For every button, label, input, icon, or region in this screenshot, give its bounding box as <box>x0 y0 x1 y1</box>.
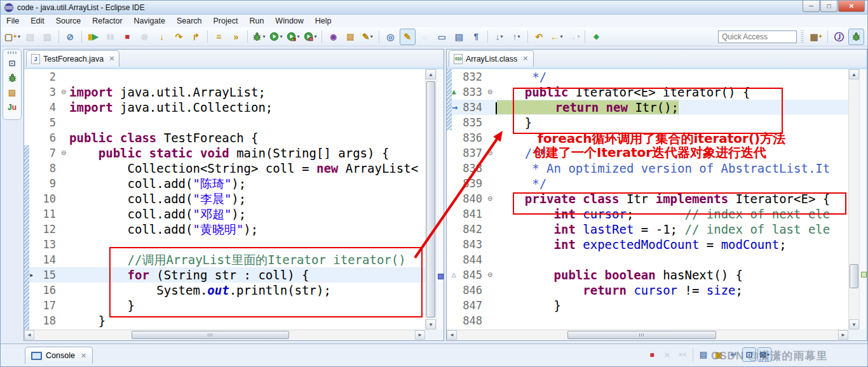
code-area-testforeach[interactable]: 23⊖import java.util.ArrayList;4import ja… <box>24 69 444 330</box>
restore-view-button[interactable]: ⊡ <box>4 56 20 70</box>
tab-close-icon[interactable]: ✕ <box>109 55 114 63</box>
scrollbar-thumb[interactable] <box>850 264 858 288</box>
dropdown-arrow-icon[interactable]: ▾ <box>767 352 770 357</box>
fold-collapse-icon[interactable]: ⊖ <box>58 84 69 100</box>
resume-button[interactable]: ▮▶ <box>85 29 101 45</box>
terminate-button[interactable]: ■ <box>119 29 135 45</box>
format-button[interactable]: ○ <box>417 29 433 45</box>
save-all-button[interactable]: ▥ <box>39 29 55 45</box>
menu-item-file[interactable]: File <box>1 15 25 27</box>
last-edit-location-button[interactable]: ↶ <box>531 29 547 45</box>
scroll-down-arrow-icon[interactable]: ▼ <box>426 319 436 330</box>
dropdown-arrow-icon[interactable]: ▾ <box>517 34 520 39</box>
scroll-left-arrow-icon[interactable]: ◄ <box>447 330 457 340</box>
disconnect-button[interactable]: ⊗ <box>137 29 153 45</box>
tab-close-icon[interactable]: ✕ <box>81 352 86 360</box>
ruler-mark-occurrence[interactable] <box>861 272 867 277</box>
scroll-down-arrow-icon[interactable]: ▼ <box>849 319 859 330</box>
fold-collapse-icon[interactable]: ⊖ <box>485 145 496 161</box>
pin-console-button[interactable]: ⊡ <box>742 347 756 362</box>
dropdown-arrow-icon[interactable]: ▾ <box>500 34 503 39</box>
dropdown-arrow-icon[interactable]: ▾ <box>18 34 20 39</box>
fold-collapse-icon[interactable]: ⊖ <box>485 84 496 100</box>
step-over-button[interactable]: ↷ <box>171 29 187 45</box>
java-search-button[interactable]: ◎ <box>383 29 398 45</box>
fast-view-drag-handle[interactable] <box>8 51 17 54</box>
tab-close-icon[interactable]: ✕ <box>522 55 528 63</box>
debug-perspective-button[interactable] <box>848 29 864 45</box>
clear-console-button[interactable]: ▤ <box>696 347 710 362</box>
back-button[interactable]: ←▾ <box>548 29 564 45</box>
word-wrap-button[interactable]: ↵ <box>727 347 741 362</box>
fold-collapse-icon[interactable]: ⊖ <box>58 145 69 161</box>
scroll-left-arrow-icon[interactable]: ◄ <box>24 330 34 340</box>
step-into-button[interactable]: ↓ <box>154 29 170 45</box>
menu-item-window[interactable]: Window <box>269 15 309 27</box>
open-declaration-button[interactable]: ▭ <box>434 29 450 45</box>
external-tools-button[interactable]: ▾ <box>302 29 318 45</box>
scrollbar-thumb[interactable] <box>567 331 716 339</box>
scrollbar-thumb[interactable] <box>132 331 289 339</box>
display-selected-console-button[interactable]: ⊠▾ <box>757 347 771 362</box>
code-area-arraylist[interactable]: 832 */▲833⊖ public Iterator<E> iterator(… <box>447 69 867 330</box>
show-javadoc-button[interactable]: ▤ <box>451 29 467 45</box>
menu-item-search[interactable]: Search <box>171 15 208 27</box>
skip-all-breakpoints-button[interactable]: ⊘ <box>62 29 78 45</box>
step-return-button[interactable]: ↱ <box>188 29 204 45</box>
java-perspective-button[interactable]: Ⓙ <box>831 29 847 45</box>
forward-button[interactable]: →▾ <box>566 29 581 45</box>
show-whitespace-button[interactable]: ¶ <box>468 29 484 45</box>
maximize-button[interactable]: □ <box>820 1 837 12</box>
dropdown-arrow-icon[interactable]: ▾ <box>370 34 373 39</box>
tab-testforeach[interactable]: J TestForeach.java ✕ <box>26 50 119 67</box>
tab-console[interactable]: Console ✕ <box>25 347 93 364</box>
vertical-scrollbar[interactable]: ▲ ▼ <box>425 69 436 330</box>
menu-item-run[interactable]: Run <box>243 15 269 27</box>
mark-occurrences-button[interactable]: ✎ <box>400 29 416 45</box>
menu-item-navigate[interactable]: Navigate <box>128 15 171 27</box>
close-button[interactable]: ✕ <box>838 1 865 12</box>
next-annotation-button[interactable]: ↓▾ <box>491 29 507 45</box>
vertical-scrollbar[interactable]: ▲ ▼ <box>848 69 859 330</box>
new-wizard-button[interactable]: ▢✦▾ <box>4 29 21 45</box>
package-explorer-button[interactable]: ▨ <box>4 85 20 100</box>
fold-collapse-icon[interactable]: ⊖ <box>485 191 496 206</box>
drop-to-frame-button[interactable]: ≡ <box>211 29 227 45</box>
dropdown-arrow-icon[interactable]: ▾ <box>560 34 562 39</box>
scrollbar-thumb[interactable] <box>426 81 435 317</box>
open-type-button[interactable]: ◉ <box>325 29 341 45</box>
scroll-right-arrow-icon[interactable]: ► <box>415 330 425 340</box>
scroll-lock-button[interactable]: ▣ <box>712 347 726 362</box>
menu-item-refactor[interactable]: Refactor <box>86 15 128 27</box>
junit-view-button[interactable]: Ju <box>4 100 20 114</box>
remove-launch-button[interactable]: × <box>660 347 674 362</box>
dropdown-arrow-icon[interactable]: ▾ <box>577 34 580 39</box>
dropdown-arrow-icon[interactable]: ▾ <box>314 34 316 39</box>
menu-item-edit[interactable]: Edit <box>25 15 50 27</box>
debug-button[interactable]: ▾ <box>251 29 267 45</box>
open-resource-button[interactable]: ▨ <box>342 29 358 45</box>
dropdown-arrow-icon[interactable]: ▾ <box>280 34 282 39</box>
use-step-filters-button[interactable]: » <box>228 29 244 45</box>
pin-editor-button[interactable]: ◆ <box>588 29 604 45</box>
suspend-button[interactable]: ▮▮ <box>102 29 118 45</box>
horizontal-scrollbar[interactable]: ◄ ► <box>24 330 425 340</box>
minimize-button[interactable]: ─ <box>803 1 820 12</box>
tab-arraylist-class[interactable]: 010 ArrayList.class ✕ <box>449 50 534 67</box>
run-button[interactable]: ▾ <box>268 29 284 45</box>
scroll-up-arrow-icon[interactable]: ▲ <box>849 69 859 79</box>
menu-item-source[interactable]: Source <box>50 15 87 27</box>
save-button[interactable]: ▤ <box>22 29 38 45</box>
coverage-button[interactable]: ▾ <box>285 29 301 45</box>
dropdown-arrow-icon[interactable]: ▾ <box>297 34 299 39</box>
ruler-mark-cursor[interactable] <box>438 274 444 279</box>
horizontal-scrollbar[interactable]: ◄ ► <box>447 330 848 340</box>
dropdown-arrow-icon[interactable]: ▾ <box>262 34 265 39</box>
open-perspective-button[interactable]: ▦✦ <box>808 29 824 45</box>
scroll-right-arrow-icon[interactable]: ► <box>838 330 848 340</box>
menu-item-help[interactable]: Help <box>309 15 337 27</box>
remove-all-launches-button[interactable]: ×× <box>675 347 689 362</box>
quick-access-input[interactable] <box>718 30 797 43</box>
scroll-up-arrow-icon[interactable]: ▲ <box>426 69 436 79</box>
fold-collapse-icon[interactable]: ⊖ <box>485 267 496 283</box>
